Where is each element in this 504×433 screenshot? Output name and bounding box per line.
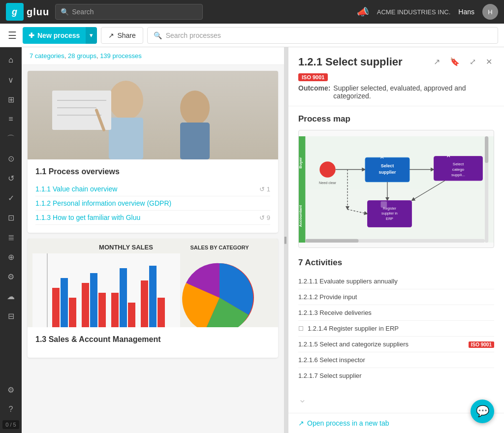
sidebar-icon-check[interactable]: ✓ — [2, 189, 20, 207]
process-link-3[interactable]: 1.1.3 How to get familiar with Gluu — [35, 214, 259, 221]
svg-rect-74 — [306, 239, 359, 243]
process-search[interactable]: 🔍 Search processes — [147, 27, 498, 44]
logo-text: gluu — [27, 6, 49, 18]
search-icon: 🔍 — [61, 8, 69, 16]
list-item[interactable]: ☐ 1.2.1.4 Register supplier in ERP — [298, 321, 494, 337]
logo-icon: g — [6, 3, 24, 21]
plus-icon: ✚ — [29, 31, 34, 39]
list-item[interactable]: 1.2.1.3 Receive deliveries — [298, 305, 494, 321]
sidebar-icon-list[interactable]: ≡ — [2, 110, 20, 128]
chevron-down-icon: ▾ — [90, 31, 93, 39]
sidebar-icon-grid[interactable]: ⊞ — [2, 91, 20, 108]
list-item[interactable]: 1.1.2 Personal information overview (GDP… — [35, 196, 270, 211]
sidebar-icon-settings[interactable]: ⚙ — [2, 381, 20, 399]
svg-point-3 — [180, 91, 210, 125]
search-placeholder: Search — [72, 8, 94, 16]
sidebar-icon-shirt[interactable]: ⚙ — [2, 268, 20, 285]
card-image-people — [28, 71, 278, 159]
list-item[interactable]: 1.2.1.6 Select inspector — [298, 352, 494, 368]
svg-text:Buyer: Buyer — [299, 157, 303, 169]
search-icon: 🔍 — [154, 31, 162, 39]
sidebar-icon-target[interactable]: ⊙ — [2, 150, 20, 167]
groups-count: 28 groups — [68, 52, 96, 60]
chat-bubble[interactable]: 💬 — [471, 400, 494, 423]
svg-point-51 — [319, 161, 335, 177]
svg-text:Select: Select — [453, 162, 464, 166]
sidebar-icon-collapse[interactable]: ∨ — [2, 71, 20, 89]
app-logo[interactable]: g gluu — [6, 3, 49, 21]
notification-icon[interactable]: 📣 — [357, 6, 369, 18]
svg-text:MONTHLY SALES: MONTHLY SALES — [99, 244, 153, 251]
chat-icon: 💬 — [476, 405, 489, 418]
expand-icon[interactable]: ⤢ — [468, 55, 478, 68]
sidebar-icon-people[interactable]: ☁ — [2, 287, 20, 305]
title-row: 1.2.1 Select supplier ↗ 🔖 ⤢ ✕ — [298, 55, 494, 68]
sidebar-icon-flow[interactable]: ⌒ — [2, 130, 20, 148]
activity-label: 1.2.1.7 Select supplier — [298, 372, 362, 379]
svg-text:SALES BY CATEGORY: SALES BY CATEGORY — [190, 245, 250, 250]
activity-label: 1.2.1.1 Evaluate suppliers annually — [298, 278, 398, 285]
card-body-sales: 1.3 Sales & Account Management — [28, 327, 278, 358]
processes-count: 139 processes — [100, 52, 142, 60]
svg-rect-20 — [98, 293, 106, 327]
company-name: ACME INDUSTRIES INC. — [377, 8, 451, 16]
sidebar-icon-refresh[interactable]: ↺ — [2, 169, 20, 187]
activity-label: 1.2.1.5 Select and categorize suppliers — [298, 340, 409, 348]
list-item[interactable]: 1.2.1.5 Select and categorize suppliers … — [298, 337, 494, 352]
left-panel: 7 categories, 28 groups, 139 processes — [22, 47, 284, 433]
sidebar-icon-home[interactable]: ⌂ — [2, 51, 20, 69]
sidebar-icon-lines[interactable]: ≣ — [2, 228, 20, 246]
svg-rect-17 — [69, 298, 76, 327]
list-item[interactable]: 1.1.1 Value chain overview ↺ 1 — [35, 182, 270, 196]
top-nav-right: 📣 ACME INDUSTRIES INC. Hans H — [357, 4, 498, 20]
hamburger-icon[interactable]: ☰ — [6, 28, 19, 43]
activity-label: 1.2.1.6 Select inspector — [298, 356, 365, 364]
right-panel-body: Process map Buyer Accountant — [288, 106, 504, 413]
open-in-tab-link[interactable]: ↗ Open process in a new tab — [298, 419, 389, 427]
external-link-icon: ↗ — [298, 419, 304, 427]
section2-title: 1.3 Sales & Account Management — [35, 335, 270, 344]
list-item[interactable]: 1.2.1.7 Select supplier — [298, 368, 494, 383]
svg-text:Need clear: Need clear — [319, 181, 336, 185]
share-button[interactable]: ↗ Share — [101, 27, 143, 44]
close-icon[interactable]: ✕ — [484, 55, 494, 68]
external-link-icon[interactable]: ↗ — [432, 55, 442, 68]
new-process-dropdown[interactable]: ▾ — [86, 27, 97, 44]
sidebar-icon-add[interactable]: ⊕ — [2, 248, 20, 266]
outcome-label: Outcome: — [298, 84, 330, 92]
sidebar-icon-tag[interactable]: ⊟ — [2, 307, 20, 325]
avatar[interactable]: H — [482, 4, 498, 20]
process-title: 1.2.1 Select supplier — [298, 56, 426, 68]
refresh-icon: ↺ — [259, 186, 265, 193]
svg-rect-24 — [141, 280, 148, 327]
svg-rect-72 — [485, 136, 488, 163]
categories-count: 7 categories — [30, 52, 64, 60]
list-item[interactable]: 1.2.1.1 Evaluate suppliers annually — [298, 274, 494, 289]
svg-text:Register: Register — [383, 206, 396, 211]
svg-text:supplier in: supplier in — [381, 211, 398, 216]
process-link-2[interactable]: 1.1.2 Personal information overview (GDP… — [35, 199, 270, 207]
card-process-overview: 1.1 Process overviews 1.1.1 Value chain … — [28, 71, 278, 233]
activities-section: 7 Activities 1.2.1.1 Evaluate suppliers … — [298, 258, 494, 383]
erp-icon: ☐ — [298, 325, 304, 332]
sidebar-icon-box[interactable]: ⊡ — [2, 209, 20, 226]
process-link-1[interactable]: 1.1.1 Value chain overview — [35, 185, 259, 193]
stats-bar: 7 categories, 28 groups, 139 processes — [22, 47, 284, 65]
iso-badge-activity: ISO 9001 — [469, 341, 494, 348]
sidebar-icons: ⌂ ∨ ⊞ ≡ ⌒ ⊙ ↺ ✓ ⊡ ≣ ⊕ ⚙ ☁ ⊟ ⚙ ? 0 / 5 — [0, 47, 22, 433]
panel-collapse-handle[interactable]: ▌ — [284, 47, 288, 433]
activities-title: 7 Activities — [298, 258, 494, 268]
svg-text:Select: Select — [381, 163, 394, 168]
svg-rect-23 — [128, 303, 135, 327]
sidebar-icon-help[interactable]: ? — [2, 401, 20, 418]
list-item[interactable]: 1.2.1.2 Provide input — [298, 289, 494, 305]
new-process-button[interactable]: ✚ New process — [23, 27, 86, 44]
list-item[interactable]: 1.1.3 How to get familiar with Gluu ↺ 9 — [35, 211, 270, 225]
global-search[interactable]: 🔍 Search — [55, 4, 203, 20]
svg-rect-2 — [109, 118, 143, 159]
search-processes-placeholder: Search processes — [166, 31, 221, 39]
top-navigation: g gluu 🔍 Search 📣 ACME INDUSTRIES INC. H… — [0, 0, 504, 24]
bookmark-icon[interactable]: 🔖 — [448, 55, 462, 68]
svg-rect-4 — [180, 123, 210, 159]
svg-text:catego: catego — [452, 167, 465, 172]
